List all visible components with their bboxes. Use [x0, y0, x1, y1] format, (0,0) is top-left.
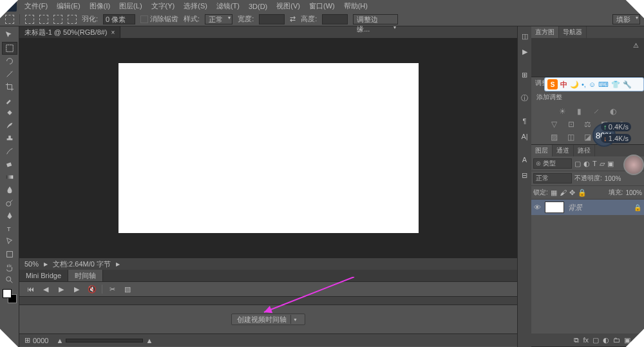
heal-tool[interactable]	[2, 106, 17, 119]
create-video-timeline-button[interactable]: 创建视频时间轴 ▼	[231, 314, 305, 325]
prev-frame-icon[interactable]: ◀	[40, 284, 52, 294]
layers-tab[interactable]: 图层	[531, 145, 553, 156]
vibrance-icon[interactable]: ▽	[549, 120, 560, 129]
curves-icon[interactable]: ⟋	[591, 107, 601, 116]
visibility-icon[interactable]: 👁	[534, 203, 541, 211]
filter-pixel-icon[interactable]: ▢	[574, 160, 581, 168]
menu-view[interactable]: 视图(V)	[272, 0, 304, 12]
play-icon[interactable]: ▶	[55, 284, 67, 294]
blend-mode-select[interactable]: 正常	[533, 173, 572, 183]
menu-filter[interactable]: 滤镜(T)	[213, 0, 243, 12]
timeline-zoom-out-icon[interactable]: ▲	[56, 337, 63, 344]
document-tab[interactable]: 未标题-1 @ 50%(RGB/8#) ×	[19, 26, 120, 38]
info-arrow-icon[interactable]: ▶	[116, 261, 120, 267]
zoom-arrow-icon[interactable]: ▶	[44, 261, 48, 267]
timeline-zoom-in-icon[interactable]: ▲	[146, 337, 153, 344]
timeline-tab[interactable]: 时间轴	[68, 270, 103, 281]
next-frame-icon[interactable]: ▶	[71, 284, 82, 294]
artboard[interactable]	[118, 63, 419, 233]
filter-shape-icon[interactable]: ▱	[600, 160, 605, 168]
eyedropper-tool[interactable]	[2, 93, 17, 106]
canvas-area[interactable]	[19, 38, 517, 258]
mask-icon[interactable]: ▢	[592, 336, 599, 344]
gradient-tool[interactable]	[2, 171, 17, 183]
antialias-checkbox[interactable]	[140, 15, 148, 23]
balance-icon[interactable]: ⚖	[583, 120, 593, 129]
layer-thumbnail[interactable]	[545, 202, 564, 213]
lock-pos-icon[interactable]: ✥	[569, 189, 575, 197]
create-timeline-dropdown-icon[interactable]: ▼	[290, 315, 299, 324]
menu-window[interactable]: 窗口(W)	[305, 0, 339, 12]
color-swatches[interactable]	[3, 289, 17, 303]
fx-icon[interactable]: fx	[583, 336, 589, 344]
new-group-icon[interactable]: 🗀	[613, 336, 620, 344]
close-tab-icon[interactable]: ×	[111, 29, 115, 36]
ime-emoji-icon[interactable]: ☺	[589, 80, 596, 88]
channels-tab[interactable]: 通道	[553, 145, 574, 156]
timeline-zoom-slider[interactable]	[66, 339, 143, 342]
hand-tool[interactable]	[2, 261, 17, 274]
menu-help[interactable]: 帮助(H)	[340, 0, 372, 12]
stamp-tool[interactable]	[2, 132, 17, 145]
marquee-new-icon[interactable]	[25, 15, 34, 24]
ime-moon-icon[interactable]: 🌙	[570, 80, 579, 89]
scissors-icon[interactable]: ✂	[106, 284, 118, 294]
marquee-add-icon[interactable]	[39, 15, 48, 24]
tool-preset-icon[interactable]	[5, 15, 14, 24]
marquee-tool[interactable]	[2, 42, 17, 55]
transition-icon[interactable]: ▧	[122, 284, 133, 294]
path-select-tool[interactable]	[2, 235, 17, 248]
menu-file[interactable]: 文件(F)	[21, 0, 52, 12]
paragraph-styles-icon[interactable]: ⊟	[519, 169, 531, 181]
history-brush-tool[interactable]	[2, 145, 17, 158]
history-panel-icon[interactable]: ◫	[519, 30, 531, 42]
crop-tool[interactable]	[2, 80, 17, 93]
move-tool[interactable]	[2, 29, 17, 42]
levels-icon[interactable]: ▮	[574, 107, 585, 116]
filter-adjust-icon[interactable]: ◐	[583, 160, 590, 168]
character-panel-icon[interactable]: A|	[519, 131, 531, 142]
paragraph-panel-icon[interactable]: ¶	[519, 115, 531, 127]
height-input[interactable]	[322, 14, 348, 24]
brush-tool[interactable]	[2, 119, 17, 132]
eraser-tool[interactable]	[2, 158, 17, 171]
first-frame-icon[interactable]: ⏮	[24, 284, 36, 294]
menu-edit[interactable]: 编辑(E)	[53, 0, 84, 12]
swap-wh-icon[interactable]: ⇄	[290, 15, 296, 23]
shape-tool[interactable]	[2, 248, 17, 261]
exposure-icon[interactable]: ◐	[608, 107, 618, 116]
refine-edge-button[interactable]: 调整边缘...	[353, 14, 398, 24]
ime-lang[interactable]: 中	[560, 80, 567, 89]
hue-icon[interactable]: ⊡	[566, 120, 576, 129]
layer-row[interactable]: 👁 背景 🔒	[531, 200, 644, 215]
marquee-sub-icon[interactable]	[53, 15, 62, 24]
layer-filter-kind[interactable]: ⊙ 类型	[533, 158, 572, 169]
lock-trans-icon[interactable]: ▦	[551, 189, 557, 197]
user-avatar[interactable]	[623, 155, 644, 175]
blur-tool[interactable]	[2, 183, 17, 196]
actions-panel-icon[interactable]: ▶	[519, 46, 531, 57]
info-panel-icon[interactable]: ⓘ	[519, 92, 531, 104]
audio-toggle-icon[interactable]: 🔇	[86, 284, 98, 294]
pen-tool[interactable]	[2, 209, 17, 222]
zoom-tool[interactable]	[2, 274, 17, 286]
ime-punct-icon[interactable]: •,	[582, 80, 586, 88]
menu-image[interactable]: 图像(I)	[86, 0, 114, 12]
ime-keyboard-icon[interactable]: ⌨	[598, 80, 609, 89]
histogram-tab[interactable]: 直方图	[531, 26, 559, 38]
invert-icon[interactable]: ▨	[549, 133, 560, 142]
zoom-level[interactable]: 50%	[24, 260, 39, 268]
filter-type-icon[interactable]: T	[592, 160, 597, 167]
fill-value[interactable]: 100%	[625, 189, 642, 196]
type-tool[interactable]: T	[2, 222, 17, 235]
timeline-ruler[interactable]	[19, 296, 517, 305]
dodge-tool[interactable]	[2, 196, 17, 209]
link-layers-icon[interactable]: ⧉	[574, 336, 579, 344]
frame-mode-icon[interactable]: ⊞	[24, 336, 30, 344]
ime-toolbar[interactable]: S 中 🌙 •, ☺ ⌨ 👕 🔧	[544, 77, 644, 91]
menu-type[interactable]: 文字(Y)	[147, 0, 179, 12]
opacity-value[interactable]: 100%	[605, 175, 621, 182]
navigator-tab[interactable]: 导航器	[559, 26, 587, 38]
lasso-tool[interactable]	[2, 55, 17, 68]
lock-pixel-icon[interactable]: 🖌	[560, 189, 567, 196]
